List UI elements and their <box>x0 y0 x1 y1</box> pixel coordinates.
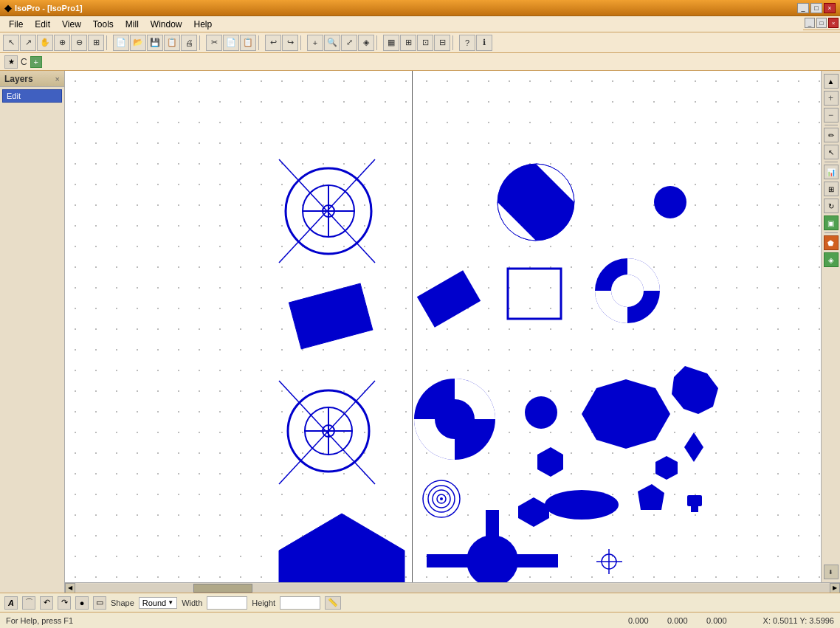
tb-cut[interactable]: ✂ <box>206 35 222 51</box>
tb-view1[interactable]: ⊟ <box>434 35 450 51</box>
bt-icon-arrow2[interactable]: ↷ <box>58 596 71 610</box>
tb-zoom-fit[interactable]: ⊞ <box>88 35 104 51</box>
tb-zoom-in[interactable]: ⊕ <box>54 35 70 51</box>
tb-add[interactable]: + <box>307 35 323 51</box>
bt-icon-rect[interactable]: ▭ <box>93 596 106 610</box>
rtb-pencil[interactable]: ✏ <box>824 128 839 142</box>
scroll-right-btn[interactable]: ▶ <box>830 583 840 593</box>
menu-tools[interactable]: Tools <box>87 18 120 31</box>
menu-window[interactable]: Window <box>145 18 188 31</box>
tb2-c[interactable]: C <box>21 57 27 67</box>
mdi-restore[interactable]: □ <box>816 18 827 28</box>
tb-help[interactable]: ? <box>459 35 475 51</box>
tb-zoom[interactable]: 🔍 <box>324 35 340 51</box>
bt-shape-value: Round <box>142 598 166 607</box>
tb-new[interactable]: 📄 <box>113 35 129 51</box>
rtb-select2[interactable]: ↖ <box>824 145 839 159</box>
svg-marker-28 <box>684 432 703 462</box>
layers-header: Layers × <box>0 71 64 87</box>
shape-square-outline <box>508 269 561 319</box>
right-toolbar: ▲ + − ✏ ↖ 📊 ⊞ ↻ ▣ ⬟ ◈ ⬇ <box>821 71 840 582</box>
menu-mill[interactable]: Mill <box>120 18 145 31</box>
tb-info[interactable]: ℹ <box>476 35 492 51</box>
bt-icon-a[interactable]: A <box>4 596 18 610</box>
tb-open[interactable]: 📂 <box>130 35 146 51</box>
tb-move[interactable]: ⤢ <box>341 35 357 51</box>
rtb-orange[interactable]: ⬟ <box>824 235 839 250</box>
svg-marker-25 <box>672 366 718 414</box>
tb-cursor[interactable]: ↖ <box>3 35 19 51</box>
rtb-green[interactable]: ▣ <box>824 215 839 230</box>
tb-extra1[interactable]: ◈ <box>358 35 374 51</box>
canvas-wrapper: ▲ + − ✏ ↖ 📊 ⊞ ↻ ▣ ⬟ ◈ ⬇ <box>65 71 840 593</box>
tb-redo[interactable]: ↪ <box>282 35 298 51</box>
layers-close[interactable]: × <box>55 75 60 83</box>
tb-zoom-out[interactable]: ⊖ <box>71 35 87 51</box>
tb-undo[interactable]: ↩ <box>265 35 281 51</box>
bt-shape-arrow: ▼ <box>168 599 173 606</box>
tb-paste[interactable]: 📋 <box>240 35 256 51</box>
bt-width-input[interactable] <box>207 596 247 610</box>
minimize-button[interactable]: _ <box>797 3 809 13</box>
bt-height-label: Height <box>252 598 275 607</box>
rtb-scroll-indicator[interactable]: ⬇ <box>824 565 839 579</box>
bt-icon-circle[interactable]: ● <box>75 596 89 610</box>
window-controls: _ □ × <box>797 3 836 13</box>
svg-rect-21 <box>417 270 481 328</box>
tb-save[interactable]: 💾 <box>147 35 163 51</box>
layer-edit[interactable]: Edit <box>2 89 62 103</box>
shape-circle-crosshair-1 <box>279 159 375 263</box>
shape-octagon-large <box>582 379 670 449</box>
shape-hexagon-tiny <box>655 456 678 480</box>
shape-blob <box>672 366 718 414</box>
svg-marker-15 <box>279 514 404 582</box>
tb-sep1 <box>106 35 111 50</box>
svg-marker-26 <box>537 447 563 477</box>
menu-file[interactable]: File <box>3 18 29 31</box>
tb-save2[interactable]: 📋 <box>164 35 180 51</box>
menu-help[interactable]: Help <box>188 18 218 31</box>
rtb-green2[interactable]: ◈ <box>824 252 839 267</box>
mdi-close[interactable]: × <box>828 18 839 28</box>
rtb-chart[interactable]: 📊 <box>824 165 839 179</box>
rtb-zoom-out[interactable]: − <box>824 108 839 123</box>
tb2-plus[interactable]: + <box>30 56 42 68</box>
restore-button[interactable]: □ <box>810 3 822 13</box>
svg-rect-33 <box>691 506 698 512</box>
svg-rect-32 <box>687 495 702 506</box>
shape-hexagon-flat <box>518 497 549 527</box>
tb-pan[interactable]: ✋ <box>37 35 53 51</box>
tb-print[interactable]: 🖨 <box>181 35 197 51</box>
h-scrollbar[interactable]: ◀ ▶ <box>65 582 840 593</box>
rtb-grid2[interactable]: ⊞ <box>824 182 839 196</box>
h-scroll-thumb[interactable] <box>193 584 252 593</box>
bottom-toolbar: A ⌒ ↶ ↷ ● ▭ Shape Round ▼ Width Height 📏 <box>0 593 840 612</box>
bt-shape-dropdown[interactable]: Round ▼ <box>139 597 177 609</box>
bt-icon-curve[interactable]: ⌒ <box>22 596 35 610</box>
shapes-canvas <box>65 71 821 582</box>
svg-point-38 <box>440 497 443 500</box>
bt-icon-arrow1[interactable]: ↶ <box>40 596 53 610</box>
tb-layers[interactable]: ▦ <box>383 35 399 51</box>
menu-view[interactable]: View <box>56 18 87 31</box>
tb-select[interactable]: ↗ <box>20 35 36 51</box>
rtb-rotate[interactable]: ↻ <box>824 199 839 213</box>
title-text: IsoPro - [IsoPro1] <box>15 4 797 13</box>
svg-point-17 <box>654 186 686 218</box>
tb-copy[interactable]: 📄 <box>223 35 239 51</box>
tb-snap[interactable]: ⊡ <box>417 35 433 51</box>
tb-grid[interactable]: ⊞ <box>400 35 416 51</box>
rtb-zoom-in[interactable]: + <box>824 91 839 106</box>
status-help: For Help, press F1 <box>6 616 622 625</box>
mdi-minimize[interactable]: _ <box>805 18 815 28</box>
tb-sep2 <box>199 35 204 50</box>
scroll-left-btn[interactable]: ◀ <box>65 583 75 593</box>
rtb-scroll-up[interactable]: ▲ <box>824 74 839 89</box>
tb2-star[interactable]: ★ <box>4 55 18 69</box>
status-xy: X: 0.5011 Y: 3.5996 <box>746 616 834 625</box>
menu-edit[interactable]: Edit <box>29 18 56 31</box>
bt-height-input[interactable] <box>280 596 320 610</box>
canvas-main <box>65 71 821 582</box>
bt-ruler-icon[interactable]: 📏 <box>325 596 341 610</box>
close-button[interactable]: × <box>824 3 836 13</box>
